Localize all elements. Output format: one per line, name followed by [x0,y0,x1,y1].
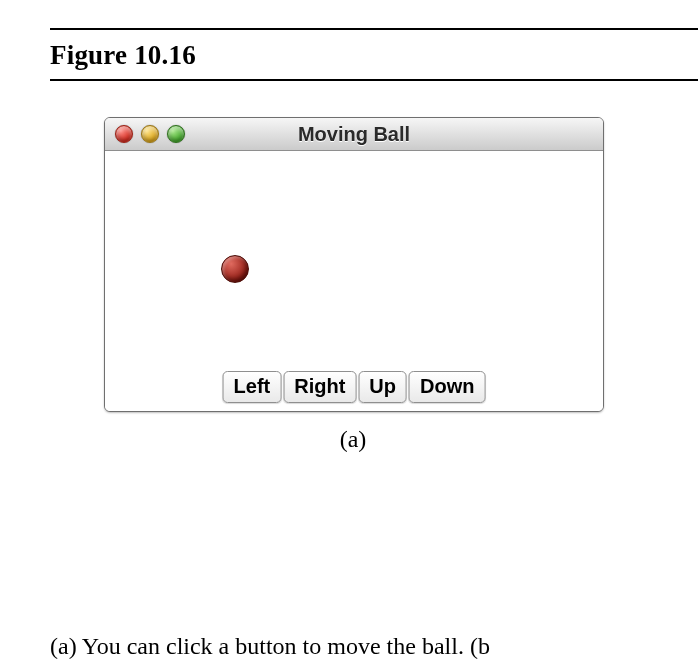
right-button[interactable]: Right [283,371,356,403]
left-button[interactable]: Left [223,371,282,403]
up-button[interactable]: Up [358,371,407,403]
canvas-area: Left Right Up Down [105,151,603,411]
titlebar[interactable]: Moving Ball [105,118,603,151]
close-icon[interactable] [115,125,133,143]
figure-caption: (a) You can click a button to move the b… [50,633,490,660]
zoom-icon[interactable] [167,125,185,143]
rule-top [50,28,698,30]
window-title: Moving Ball [115,123,593,146]
app-window: Moving Ball Left Right Up Down [104,117,604,412]
subfigure-label: (a) [104,426,602,453]
window-container: Moving Ball Left Right Up Down [104,117,602,412]
ball-icon [221,255,249,283]
button-row: Left Right Up Down [222,371,487,403]
rule-bottom [50,79,698,81]
figure-page: Figure 10.16 Moving Ball Left Right Up D… [0,0,698,668]
minimize-icon[interactable] [141,125,159,143]
figure-label: Figure 10.16 [50,40,698,71]
traffic-lights [115,125,185,143]
down-button[interactable]: Down [409,371,485,403]
